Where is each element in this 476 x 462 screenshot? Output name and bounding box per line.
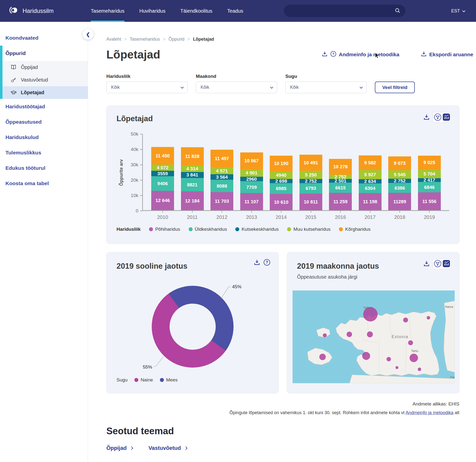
county-bubble <box>323 333 327 337</box>
more-filters-button[interactable]: Veel filtreid <box>375 82 415 93</box>
legend-label: Kutsekeskharidus <box>241 227 279 232</box>
nav-item-teadus[interactable]: Teadus <box>227 0 243 22</box>
bar-segment-korgharidus: 9 582 <box>359 155 382 170</box>
bar-value-label: 4 901 <box>246 171 258 175</box>
breadcrumb-item-tasemeharidus[interactable]: Tasemeharidus <box>130 37 160 42</box>
bar-value-label: 2 752 <box>394 178 406 183</box>
legend-dot <box>134 378 138 382</box>
search-bar[interactable] <box>284 5 405 17</box>
export-report-link[interactable]: Ekspordi aruanne <box>421 51 473 58</box>
sidebar-item-koosta-oma-tabel[interactable]: Koosta oma tabel <box>0 176 88 191</box>
sidebar-section-active: ÕppuridÕppijadVastuvõetudLõpetajad <box>0 46 88 99</box>
help-button[interactable]: ? <box>263 259 270 267</box>
legend-label: Põhiharidus <box>155 227 180 232</box>
x-axis-year-label: 2014 <box>276 214 287 220</box>
sidebar-item-koondvaated[interactable]: Koondvaated <box>0 30 88 46</box>
county-bubble <box>347 332 352 337</box>
x-tick-mark <box>222 211 222 213</box>
download-chart-button[interactable] <box>423 260 430 268</box>
bar-segment-uldkeskharidus: 6846 <box>418 182 441 192</box>
breadcrumb-item-oppurid[interactable]: Õppurid <box>169 37 184 42</box>
bar-value-label: 10 811 <box>304 200 318 204</box>
x-axis-tick-2014: 2014 <box>270 211 293 220</box>
bar-value-label: 11 556 <box>422 199 436 204</box>
sidebar-item-label: Vastuvõetud <box>21 77 48 83</box>
sidebar-item-edukus-tooturul[interactable]: Edukus tööturul <box>0 160 88 176</box>
x-axis-tick-2018: 2018 <box>388 211 411 220</box>
sidebar-item-hariduskulud[interactable]: Hariduskulud <box>0 130 88 145</box>
x-axis-year-label: 2019 <box>424 214 435 220</box>
bar-chart-card: Lõpetajad <box>106 106 459 244</box>
legend-label: Naine <box>141 377 153 383</box>
breadcrumb-item-avaleht[interactable]: Avaleht <box>106 37 121 42</box>
search-icon[interactable] <box>394 7 400 14</box>
question-icon: ? <box>263 259 270 267</box>
sidebar-item-oppeasutused[interactable]: Õppeasutused <box>0 114 88 130</box>
x-tick-mark <box>311 211 311 213</box>
brand[interactable]: Haridussilm <box>9 0 54 22</box>
bar-value-label: 11 703 <box>215 199 229 203</box>
bar-column-2010: 11 4504 0723559940612 646 <box>151 147 174 210</box>
search-input[interactable] <box>289 8 394 14</box>
related-topics-title: Seotud teemad <box>106 426 459 436</box>
y-tick-mark <box>140 165 142 165</box>
sidebar-item-oppijad[interactable]: Õppijad <box>0 61 88 74</box>
x-tick-mark <box>370 211 370 213</box>
filter-select-sugu[interactable]: Kõik <box>285 82 367 93</box>
map-place-label-tallinn: Tallinn <box>363 306 372 310</box>
top-navbar: Haridussilm TasemeharidusHuviharidusTäie… <box>0 0 476 22</box>
x-axis-year-label: 2018 <box>394 214 405 220</box>
filter-label: Haridusliik <box>106 74 188 79</box>
chart-view-toggle[interactable] <box>443 260 450 268</box>
sidebar-item-haridustootajad[interactable]: Haridustöötajad <box>0 99 88 114</box>
bar-value-label: 5 250 <box>305 173 317 177</box>
andmeinfo-link[interactable]: ? Andmeinfo ja metoodika <box>322 51 399 58</box>
bar-value-label: 6386 <box>394 186 405 190</box>
sidebar-item-tulemuslikkus[interactable]: Tulemuslikkus <box>0 145 88 160</box>
language-selector[interactable]: EST <box>451 8 465 14</box>
y-axis-ticks: 010k20k30k40k50k <box>126 134 142 211</box>
sidebar-collapse-button[interactable]: ❮ <box>83 29 93 40</box>
nav-item-huviharidus[interactable]: Huviharidus <box>139 0 166 22</box>
book-icon <box>10 64 17 70</box>
bar-segment-pohiharidus: 10 811 <box>299 194 322 210</box>
bar-value-label: 2 634 <box>364 179 376 184</box>
nav-item-taiendkoolitus[interactable]: Täiendkoolitus <box>180 0 212 22</box>
bar-value-label: 3 841 <box>186 173 198 177</box>
data-source-note: Andmete allikas: EHIS <box>106 401 459 407</box>
breadcrumb-separator: > <box>124 37 127 42</box>
legend-title: Haridusliik <box>117 227 141 232</box>
bar-segment-korgharidus: 9 025 <box>418 156 441 170</box>
filters-row: HaridusliikKõikMaakondKõikSuguKõikVeel f… <box>106 74 459 93</box>
table-view-toggle[interactable] <box>434 260 442 268</box>
related-link-label: Õppijad <box>106 445 127 451</box>
bar-value-label: 9 025 <box>423 160 435 165</box>
bar-value-label: 4 571 <box>216 169 228 173</box>
bar-value-label: 10 867 <box>244 158 259 163</box>
chevron-right-icon <box>130 446 133 450</box>
sidebar-submenu: ÕppijadVastuvõetudLõpetajad <box>0 61 88 99</box>
filter-maakond: MaakondKõik <box>196 74 277 93</box>
bar-segment-muu-kutseharidus: 5 250 <box>299 171 322 179</box>
nav-item-tasemeharidus[interactable]: Tasemeharidus <box>91 0 124 22</box>
bar-value-label: 6985 <box>276 186 286 191</box>
y-tick-label: 20k <box>131 177 138 183</box>
view-toggle-group <box>433 112 451 123</box>
related-link-oppijad[interactable]: Õppijad <box>106 445 133 451</box>
sidebar-item-lopetajad[interactable]: Lõpetajad <box>0 86 88 99</box>
chart-view-toggle[interactable] <box>443 113 450 122</box>
sidebar-item-oppurid[interactable]: Õppurid <box>0 46 88 61</box>
estonia-bubble-map: TallinnNarvaEstoniaTartuPskov <box>293 290 455 383</box>
filter-select-haridusliik[interactable]: Kõik <box>106 82 188 93</box>
table-view-toggle[interactable] <box>434 113 442 122</box>
bar-segment-muu-kutseharidus: 5 927 <box>359 170 382 179</box>
bar-segment-kutsekeskharidus: 2 752 <box>299 179 322 183</box>
bar-value-label: 12 184 <box>185 199 199 203</box>
related-link-vastuvoetud[interactable]: Vastuvõetud <box>149 445 187 451</box>
footer-andmeinfo-link[interactable]: Andmeinfo ja metoodika <box>406 410 453 415</box>
download-chart-button[interactable] <box>423 114 430 121</box>
bar-segment-korgharidus: 10 190 <box>270 156 293 171</box>
download-chart-button[interactable] <box>254 259 260 266</box>
sidebar-item-vastuvoetud[interactable]: Vastuvõetud <box>0 74 88 86</box>
filter-select-maakond[interactable]: Kõik <box>196 82 277 93</box>
